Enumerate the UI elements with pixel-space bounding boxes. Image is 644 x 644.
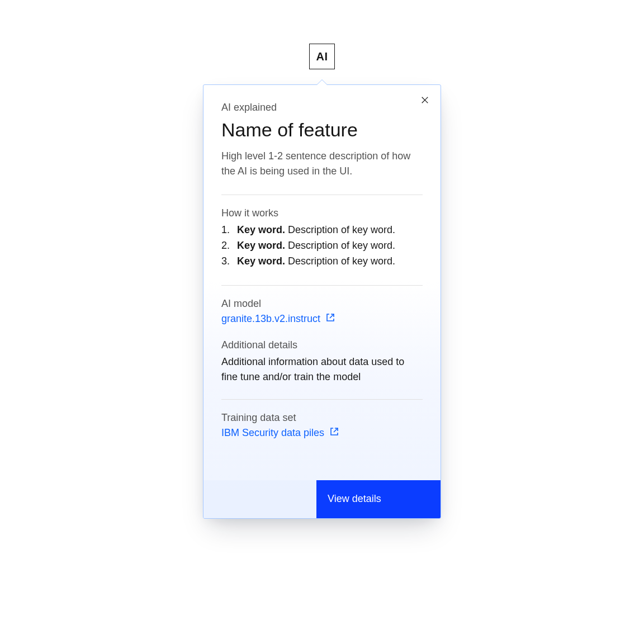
list-item-key: Key word. bbox=[237, 240, 285, 251]
list-item-desc: Description of key word. bbox=[288, 240, 395, 251]
view-details-label: View details bbox=[328, 493, 381, 505]
ai-model-link-text: granite.13b.v2.instruct bbox=[221, 313, 320, 325]
popover-description: High level 1-2 sentence description of h… bbox=[221, 149, 423, 179]
close-icon bbox=[421, 96, 429, 106]
how-it-works-label: How it works bbox=[221, 207, 423, 219]
close-button[interactable] bbox=[417, 93, 433, 108]
popover-eyebrow: AI explained bbox=[221, 102, 423, 113]
additional-details-text: Additional information about data used t… bbox=[221, 354, 423, 385]
footer-spacer bbox=[203, 480, 316, 518]
ai-model-label: AI model bbox=[221, 298, 423, 310]
training-data-link[interactable]: IBM Security data piles bbox=[221, 427, 339, 439]
training-data-label: Training data set bbox=[221, 412, 423, 424]
popover-footer: View details bbox=[203, 480, 441, 518]
ai-model-link[interactable]: granite.13b.v2.instruct bbox=[221, 313, 335, 325]
list-item-desc: Description of key word. bbox=[288, 255, 395, 267]
list-item-key: Key word. bbox=[237, 224, 285, 235]
how-it-works-list: Key word. Description of key word. Key w… bbox=[221, 222, 423, 269]
additional-details-label: Additional details bbox=[221, 339, 423, 351]
ai-badge[interactable]: AI bbox=[309, 44, 335, 69]
external-link-icon bbox=[330, 427, 339, 439]
list-item: Key word. Description of key word. bbox=[221, 222, 423, 238]
divider bbox=[221, 399, 423, 400]
popover-caret bbox=[317, 80, 327, 85]
list-item: Key word. Description of key word. bbox=[221, 238, 423, 254]
ai-explained-popover: AI explained Name of feature High level … bbox=[203, 84, 441, 519]
list-item: Key word. Description of key word. bbox=[221, 254, 423, 269]
training-data-link-text: IBM Security data piles bbox=[221, 427, 324, 439]
list-item-key: Key word. bbox=[237, 255, 285, 267]
popover-title: Name of feature bbox=[221, 119, 423, 141]
divider bbox=[221, 195, 423, 195]
ai-badge-label: AI bbox=[316, 50, 328, 63]
list-item-desc: Description of key word. bbox=[288, 224, 395, 235]
view-details-button[interactable]: View details bbox=[316, 480, 441, 518]
external-link-icon bbox=[326, 313, 335, 325]
divider bbox=[221, 285, 423, 286]
